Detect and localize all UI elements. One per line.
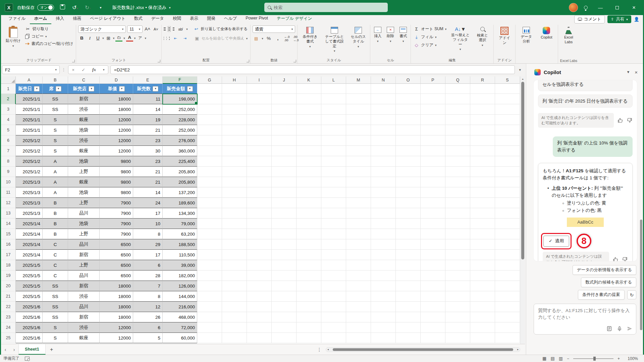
cell-L21[interactable] bbox=[321, 291, 346, 302]
person-add-icon[interactable]: 👤 bbox=[634, 17, 639, 22]
cell-P17[interactable] bbox=[421, 250, 445, 260]
refresh-suggestions-button[interactable]: ↻ bbox=[627, 290, 636, 299]
cell-A17[interactable]: 2025/1/4 bbox=[16, 250, 43, 260]
cell-L1[interactable] bbox=[321, 84, 346, 94]
cell-E15[interactable]: 8 bbox=[133, 229, 163, 239]
cell-D7[interactable]: 12000 bbox=[100, 146, 133, 156]
cell-B8[interactable]: A bbox=[43, 156, 68, 167]
cell-C12[interactable]: 上野 bbox=[68, 198, 100, 208]
cell-L7[interactable] bbox=[321, 146, 346, 156]
cell-D5[interactable]: 12000 bbox=[100, 125, 133, 135]
cell-B1[interactable]: 席▼ bbox=[43, 84, 68, 94]
row-header-18[interactable]: 18 bbox=[1, 260, 16, 270]
cell-D12[interactable]: 7900 bbox=[100, 198, 133, 208]
cell-O13[interactable] bbox=[396, 208, 421, 219]
cell-B12[interactable]: B bbox=[43, 198, 68, 208]
cell-J8[interactable] bbox=[272, 156, 297, 167]
cell-R15[interactable] bbox=[470, 229, 495, 239]
cell-M2[interactable] bbox=[346, 94, 371, 104]
ribbon-tab-3[interactable]: 描画 bbox=[68, 14, 86, 24]
cell-R10[interactable] bbox=[470, 177, 495, 187]
cell-M3[interactable] bbox=[346, 104, 371, 115]
cell-B20[interactable]: SS bbox=[43, 281, 68, 291]
cell-J12[interactable] bbox=[272, 198, 297, 208]
redo-button[interactable]: ↻▾ bbox=[84, 4, 92, 11]
increase-font-button[interactable]: A˄ bbox=[144, 25, 151, 33]
cell-J25[interactable] bbox=[272, 333, 297, 343]
cell-N6[interactable] bbox=[371, 135, 396, 146]
phonetic-button[interactable]: ア bbox=[137, 35, 144, 42]
cell-L3[interactable] bbox=[321, 104, 346, 115]
cell-R25[interactable] bbox=[470, 333, 495, 343]
align-left-button[interactable] bbox=[164, 36, 164, 41]
cell-F3[interactable]: 252,000 bbox=[163, 104, 197, 115]
prompt-guide-icon[interactable] bbox=[606, 326, 612, 331]
cell-G8[interactable] bbox=[197, 156, 222, 167]
cell-L6[interactable] bbox=[321, 135, 346, 146]
cell-B4[interactable]: S bbox=[43, 115, 68, 125]
search-box[interactable] bbox=[264, 3, 388, 12]
format-as-table-button[interactable]: テーブルとして書式設定▾ bbox=[322, 25, 346, 58]
normal-view-icon[interactable]: ▦ bbox=[542, 356, 546, 361]
insert-cells-button[interactable]: 挿入▾ bbox=[372, 25, 383, 58]
cell-M25[interactable] bbox=[346, 333, 371, 343]
row-header-14[interactable]: 14 bbox=[1, 219, 16, 229]
cell-P9[interactable] bbox=[421, 167, 445, 177]
cell-L12[interactable] bbox=[321, 198, 346, 208]
cell-J13[interactable] bbox=[272, 208, 297, 219]
cell-H23[interactable] bbox=[222, 312, 247, 322]
cell-Q24[interactable] bbox=[445, 322, 470, 333]
cell-F11[interactable]: 137,200 bbox=[163, 187, 197, 198]
cell-M4[interactable] bbox=[346, 115, 371, 125]
cell-G14[interactable] bbox=[197, 219, 222, 229]
cell-R11[interactable] bbox=[470, 187, 495, 198]
cell-R9[interactable] bbox=[470, 167, 495, 177]
cell-I22[interactable] bbox=[247, 302, 272, 312]
cell-J7[interactable] bbox=[272, 146, 297, 156]
apply-button[interactable]: ✓ 適用 bbox=[543, 236, 569, 246]
cell-P2[interactable] bbox=[421, 94, 445, 104]
cell-E7[interactable]: 30 bbox=[133, 146, 163, 156]
cell-P4[interactable] bbox=[421, 115, 445, 125]
cell-B15[interactable]: B bbox=[43, 229, 68, 239]
cell-N3[interactable] bbox=[371, 104, 396, 115]
cell-D1[interactable]: 単価▼ bbox=[100, 84, 133, 94]
lightbulb-icon[interactable] bbox=[584, 6, 588, 9]
cell-N13[interactable] bbox=[371, 208, 396, 219]
cell-O16[interactable] bbox=[396, 239, 421, 250]
ribbon-tab-0[interactable]: ファイル bbox=[4, 14, 30, 24]
ribbon-tab-10[interactable]: ヘルプ bbox=[220, 14, 241, 24]
maximize-button[interactable] bbox=[610, 5, 624, 10]
cell-N17[interactable] bbox=[371, 250, 396, 260]
cell-G3[interactable] bbox=[197, 104, 222, 115]
cell-H17[interactable] bbox=[222, 250, 247, 260]
cell-J22[interactable] bbox=[272, 302, 297, 312]
page-layout-view-icon[interactable]: ▤ bbox=[550, 356, 554, 361]
cell-S7[interactable] bbox=[495, 146, 520, 156]
cell-Q9[interactable] bbox=[445, 167, 470, 177]
cell-Q6[interactable] bbox=[445, 135, 470, 146]
cell-L2[interactable] bbox=[321, 94, 346, 104]
cell-L14[interactable] bbox=[321, 219, 346, 229]
cell-B22[interactable]: SS bbox=[43, 302, 68, 312]
cell-Q14[interactable] bbox=[445, 219, 470, 229]
cell-H13[interactable] bbox=[222, 208, 247, 219]
cell-Q11[interactable] bbox=[445, 187, 470, 198]
cell-K25[interactable] bbox=[297, 333, 321, 343]
cell-I11[interactable] bbox=[247, 187, 272, 198]
number-format-select[interactable]: 通貨▾ bbox=[253, 25, 295, 33]
column-header-H[interactable]: H bbox=[222, 76, 247, 84]
row-header-3[interactable]: 3 bbox=[1, 104, 16, 115]
cell-C9[interactable]: 上野 bbox=[68, 167, 100, 177]
row-header-15[interactable]: 15 bbox=[1, 229, 16, 239]
cell-M6[interactable] bbox=[346, 135, 371, 146]
mic-icon[interactable] bbox=[617, 326, 622, 331]
cell-O9[interactable] bbox=[396, 167, 421, 177]
cell-D13[interactable]: 7900 bbox=[100, 208, 133, 219]
autosum-button[interactable]: Σオート SUM▾ bbox=[413, 25, 447, 33]
cell-R8[interactable] bbox=[470, 156, 495, 167]
cell-S11[interactable] bbox=[495, 187, 520, 198]
select-all-corner[interactable] bbox=[1, 76, 16, 84]
cell-E21[interactable]: 8 bbox=[133, 291, 163, 302]
cell-O19[interactable] bbox=[396, 270, 421, 281]
